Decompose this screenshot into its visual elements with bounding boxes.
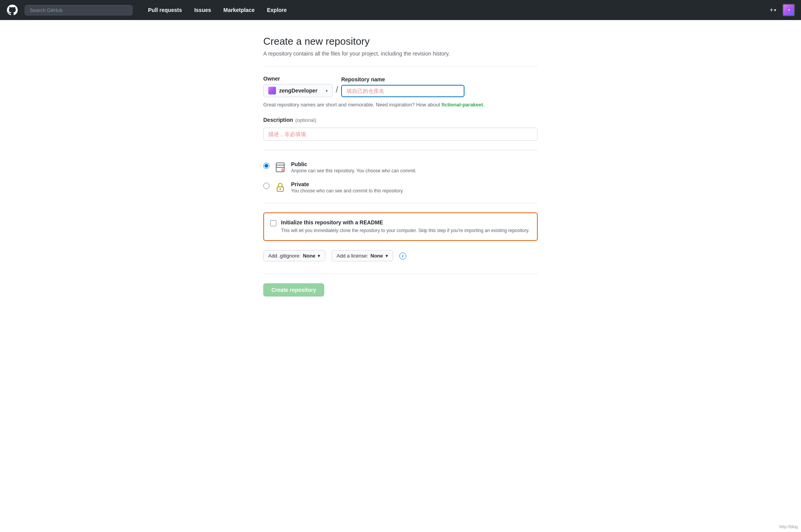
gitignore-chevron-icon: ▾ bbox=[318, 253, 320, 259]
license-chevron-icon: ▾ bbox=[385, 253, 388, 259]
suggestion-text: Great repository names are short and mem… bbox=[263, 102, 538, 108]
owner-name: zengDeveloper bbox=[279, 88, 318, 94]
repo-name-group: Repository name bbox=[341, 76, 464, 97]
navbar: Pull requests Issues Marketplace Explore… bbox=[0, 0, 801, 20]
svg-point-7 bbox=[280, 189, 281, 190]
public-option: Public Anyone can see this repository. Y… bbox=[263, 161, 538, 173]
page-subtitle: A repository contains all the files for … bbox=[263, 51, 538, 57]
owner-label: Owner bbox=[263, 76, 333, 82]
owner-dropdown[interactable]: zengDeveloper ▾ bbox=[263, 84, 333, 97]
description-group: Description (optional) bbox=[263, 117, 538, 141]
license-label: Add a license: bbox=[337, 253, 368, 259]
nav-explore[interactable]: Explore bbox=[261, 7, 293, 13]
section-divider-2 bbox=[263, 150, 538, 150]
watermark: http://blog bbox=[779, 524, 798, 529]
user-avatar[interactable]: ▾ bbox=[782, 4, 795, 16]
new-item-button[interactable]: + ▾ bbox=[767, 5, 779, 15]
owner-chevron-icon: ▾ bbox=[326, 89, 328, 93]
license-value: None bbox=[370, 253, 383, 259]
repo-name-input[interactable] bbox=[341, 85, 464, 97]
section-divider-3 bbox=[263, 203, 538, 203]
github-logo-icon[interactable] bbox=[6, 4, 19, 16]
public-radio[interactable] bbox=[263, 163, 269, 169]
private-desc: You choose who can see and commit to thi… bbox=[291, 188, 404, 194]
description-label: Description bbox=[263, 117, 293, 123]
license-dropdown[interactable]: Add a license: None ▾ bbox=[332, 250, 393, 261]
owner-group: Owner zengDeveloper ▾ bbox=[263, 76, 333, 97]
readme-checkbox[interactable] bbox=[270, 220, 276, 226]
description-input[interactable] bbox=[263, 128, 538, 141]
private-label: Private bbox=[291, 181, 404, 187]
section-divider bbox=[263, 66, 538, 66]
nav-links: Pull requests Issues Marketplace Explore bbox=[142, 7, 293, 13]
gitignore-dropdown[interactable]: Add .gitignore: None ▾ bbox=[263, 250, 325, 261]
nav-pull-requests[interactable]: Pull requests bbox=[142, 7, 188, 13]
nav-marketplace[interactable]: Marketplace bbox=[217, 7, 261, 13]
private-radio[interactable] bbox=[263, 183, 269, 189]
owner-avatar-icon bbox=[268, 87, 276, 94]
search-input[interactable] bbox=[25, 5, 133, 15]
description-optional: (optional) bbox=[295, 117, 316, 123]
info-icon[interactable]: i bbox=[399, 253, 406, 259]
create-repository-button[interactable]: Create repository bbox=[263, 283, 324, 296]
gitignore-label: Add .gitignore: bbox=[268, 253, 301, 259]
repo-name-label: Repository name bbox=[341, 76, 464, 82]
visibility-section: Public Anyone can see this repository. Y… bbox=[263, 161, 538, 194]
public-desc: Anyone can see this repository. You choo… bbox=[291, 168, 416, 173]
page-title: Create a new repository bbox=[263, 35, 538, 47]
private-repo-icon bbox=[274, 181, 286, 194]
nav-right: + ▾ ▾ bbox=[767, 4, 795, 16]
public-repo-icon bbox=[274, 161, 286, 173]
dropdowns-row: Add .gitignore: None ▾ Add a license: No… bbox=[263, 250, 538, 261]
gitignore-value: None bbox=[303, 253, 316, 259]
public-label: Public bbox=[291, 161, 416, 167]
main-content: Create a new repository A repository con… bbox=[0, 20, 801, 532]
section-divider-4 bbox=[263, 274, 538, 274]
private-option: Private You choose who can see and commi… bbox=[263, 181, 538, 194]
readme-title: Initialize this repository with a README bbox=[281, 219, 529, 226]
owner-repo-row: Owner zengDeveloper ▾ / Repository name bbox=[263, 76, 538, 97]
readme-desc: This will let you immediately clone the … bbox=[281, 227, 529, 234]
readme-box: Initialize this repository with a README… bbox=[263, 212, 538, 241]
slash-separator: / bbox=[336, 85, 338, 97]
nav-issues[interactable]: Issues bbox=[188, 7, 217, 13]
suggestion-link[interactable]: fictional-parakeet bbox=[441, 102, 483, 108]
